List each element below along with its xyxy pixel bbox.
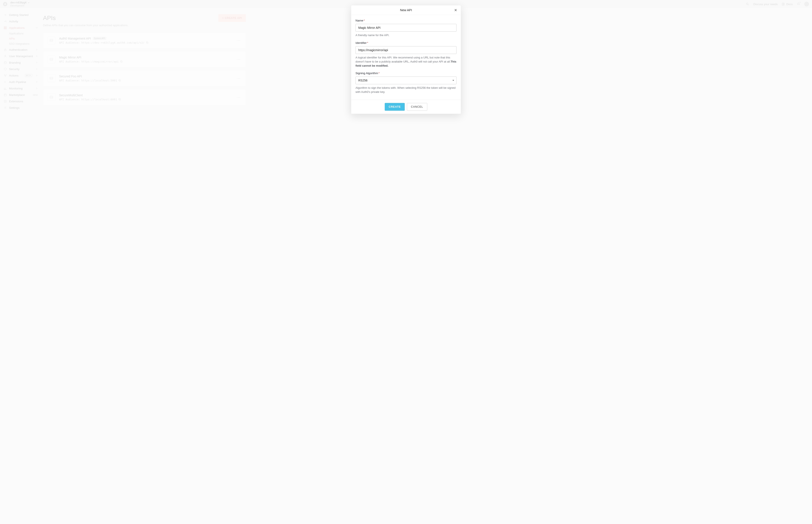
modal-title: New API bbox=[400, 9, 412, 12]
identifier-input[interactable] bbox=[355, 46, 457, 54]
algo-select[interactable]: RS256 bbox=[355, 77, 457, 84]
algo-help: Algorithm to sign the tokens with. When … bbox=[355, 86, 457, 94]
identifier-label: Identifier* bbox=[355, 41, 457, 45]
required-star: * bbox=[379, 71, 380, 75]
new-api-modal: New API Name* A friendly name for the AP… bbox=[351, 5, 461, 114]
required-star: * bbox=[364, 19, 365, 22]
cancel-button[interactable]: CANCEL bbox=[407, 103, 427, 111]
close-button[interactable] bbox=[453, 8, 458, 12]
name-input[interactable] bbox=[355, 24, 457, 32]
name-label: Name* bbox=[355, 19, 457, 22]
name-help: A friendly name for the API. bbox=[355, 33, 457, 37]
modal-overlay[interactable]: New API Name* A friendly name for the AP… bbox=[0, 0, 812, 524]
algo-label: Signing Algorithm* bbox=[355, 71, 457, 75]
close-icon bbox=[454, 9, 457, 12]
required-star: * bbox=[367, 41, 368, 45]
create-button[interactable]: CREATE bbox=[385, 103, 404, 111]
identifier-help: A logical identifier for this API. We re… bbox=[355, 56, 457, 68]
